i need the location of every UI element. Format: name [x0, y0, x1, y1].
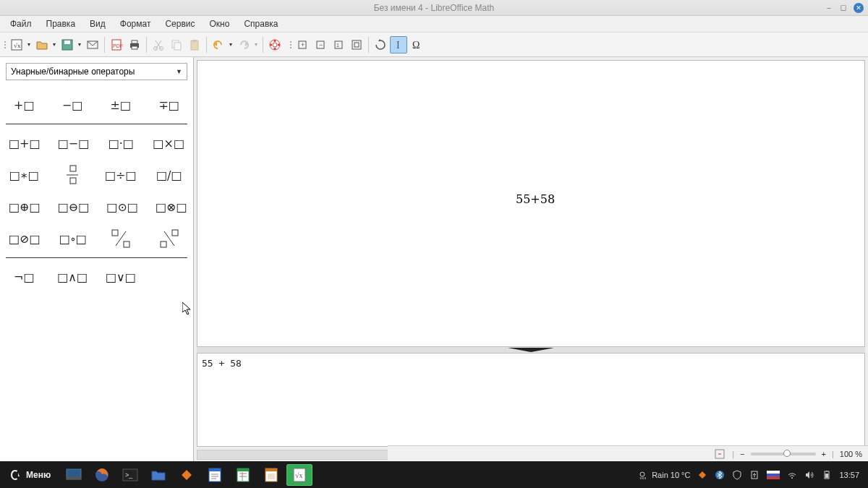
element-wideslash[interactable] [106, 226, 136, 252]
refresh-button[interactable] [372, 36, 389, 53]
tray-keyboard-ru-icon[interactable] [767, 471, 780, 479]
menu-format[interactable]: Формат [113, 17, 158, 31]
redo-button[interactable] [235, 36, 252, 53]
taskbar-math-active[interactable]: √x [286, 464, 312, 486]
redo-dropdown[interactable]: ▾ [252, 41, 260, 48]
category-dropdown[interactable]: Унарные/бинарные операторы ▼ [6, 63, 187, 80]
maximize-button[interactable]: ◻ [839, 4, 848, 12]
minimize-button[interactable]: − [825, 4, 833, 12]
tray-clock[interactable]: 13:57 [839, 471, 859, 479]
taskbar-files[interactable] [145, 464, 171, 486]
close-button[interactable]: ✕ [854, 3, 864, 13]
zoom-in-button[interactable]: + [294, 36, 311, 53]
undo-button[interactable] [210, 36, 227, 53]
export-pdf-button[interactable]: PDF [108, 36, 125, 53]
svg-text:I: I [396, 40, 400, 51]
open-dropdown[interactable]: ▾ [51, 41, 58, 48]
element-odot[interactable]: □⊙□ [106, 194, 138, 220]
element-minus[interactable]: −□ [57, 92, 88, 118]
taskbar-show-desktop[interactable] [61, 464, 87, 486]
taskbar-terminal[interactable]: >_ [117, 464, 143, 486]
zoom-fit-button[interactable] [348, 36, 365, 53]
new-dropdown[interactable]: ▾ [25, 41, 33, 48]
save-dropdown[interactable]: ▾ [76, 41, 83, 48]
window-title: Без имени 4 - LibreOffice Math [374, 3, 495, 13]
save-button[interactable] [59, 36, 76, 53]
toolbar-grip-2[interactable] [289, 41, 293, 48]
svg-rect-24 [352, 40, 361, 49]
element-otimes[interactable]: □⊗□ [156, 194, 187, 220]
element-and[interactable]: □∧□ [57, 264, 88, 290]
taskbar-writer[interactable] [202, 464, 228, 486]
fit-page-icon[interactable] [713, 448, 726, 460]
taskbar-calc[interactable] [230, 464, 256, 486]
print-button[interactable] [126, 36, 143, 53]
menu-edit[interactable]: Правка [39, 17, 83, 31]
formula-viewport[interactable]: 55+58 [197, 60, 865, 347]
splitter[interactable] [197, 347, 865, 353]
tray-volume-icon[interactable] [804, 470, 814, 480]
zoom-level[interactable]: 100 % [840, 450, 862, 458]
element-oplus[interactable]: □⊕□ [9, 194, 41, 220]
new-button[interactable]: √x [8, 36, 25, 53]
cut-button[interactable] [150, 36, 167, 53]
element-circ[interactable]: □∘□ [58, 226, 88, 252]
command-editor[interactable]: 55 + 58 [197, 353, 865, 447]
menu-file[interactable]: Файл [3, 17, 39, 31]
email-button[interactable] [84, 36, 101, 53]
taskbar-impress[interactable] [258, 464, 284, 486]
element-times[interactable]: □×□ [153, 130, 184, 156]
svg-point-11 [160, 46, 163, 50]
element-asterisk[interactable]: □∗□ [9, 162, 39, 188]
element-ominus[interactable]: □⊖□ [58, 194, 90, 220]
zoom-out-button[interactable]: − [312, 36, 329, 53]
element-dot-mult[interactable]: □·□ [106, 130, 135, 156]
toolbar-grip[interactable] [3, 41, 7, 48]
tray-updates-icon[interactable] [749, 470, 760, 480]
start-menu-button[interactable]: Меню [4, 468, 55, 481]
zoom-in-button[interactable]: + [822, 450, 826, 458]
paste-button[interactable] [186, 36, 203, 53]
tray-shield-icon[interactable] [732, 470, 742, 480]
element-or[interactable]: □∨□ [106, 264, 137, 290]
tray-app-icon[interactable] [697, 470, 707, 480]
copy-button[interactable] [168, 36, 185, 53]
svg-rect-28 [70, 166, 76, 171]
tray-bluetooth-icon[interactable] [715, 470, 725, 480]
svg-rect-64 [767, 474, 780, 476]
element-fraction[interactable] [56, 162, 87, 188]
system-tray: Rain 10 °C 13:57 [639, 470, 864, 480]
menu-help[interactable]: Справка [237, 17, 285, 31]
symbols-button[interactable]: Ω [408, 36, 425, 53]
taskbar-firefox[interactable] [89, 464, 115, 486]
element-widebackslash[interactable] [154, 226, 184, 252]
element-addition[interactable]: □+□ [9, 130, 41, 156]
menu-tools[interactable]: Сервис [158, 17, 202, 31]
svg-rect-65 [767, 476, 780, 479]
element-neg[interactable]: ¬□ [9, 264, 40, 290]
zoom-out-button[interactable]: − [740, 450, 744, 458]
element-minusplus[interactable]: ∓□ [153, 92, 184, 118]
zoom-slider[interactable] [751, 453, 816, 455]
element-oslash[interactable]: □⊘□ [9, 226, 41, 252]
zoom-100-button[interactable]: 1 [330, 36, 347, 53]
element-plusminus[interactable]: ±□ [106, 92, 137, 118]
menu-view[interactable]: Вид [82, 17, 113, 31]
command-text: 55 + 58 [202, 358, 242, 369]
element-plus[interactable]: +□ [9, 92, 40, 118]
element-subtraction[interactable]: □−□ [58, 130, 90, 156]
element-slash[interactable]: □/□ [154, 162, 184, 188]
formula-cursor-button[interactable]: I [390, 36, 407, 53]
undo-dropdown[interactable]: ▾ [227, 41, 234, 48]
menu-window[interactable]: Окно [203, 17, 237, 31]
element-divide[interactable]: □÷□ [105, 162, 137, 188]
help-button[interactable] [266, 36, 284, 53]
tray-weather[interactable]: Rain 10 °C [639, 470, 690, 480]
taskbar-app-orange[interactable] [174, 464, 200, 486]
open-button[interactable] [33, 36, 51, 53]
tray-battery-icon[interactable] [822, 470, 832, 480]
svg-rect-36 [161, 241, 166, 247]
start-menu-label: Меню [26, 470, 51, 480]
tray-wifi-icon[interactable] [787, 470, 797, 480]
separator: | [732, 450, 734, 458]
